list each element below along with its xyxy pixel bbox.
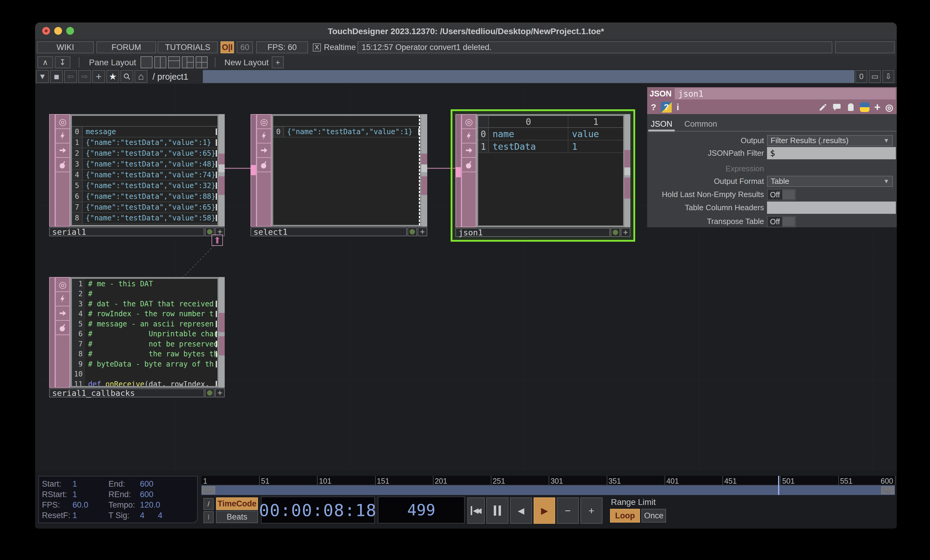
home-button[interactable]: ⌂ (134, 70, 148, 83)
save-layout-button[interactable]: ↧ (55, 56, 71, 68)
node-name-label[interactable]: serial1_callbacks (49, 388, 204, 397)
add-operator-button[interactable]: + (92, 70, 105, 83)
help-button[interactable]: ? (651, 102, 656, 112)
layout-four-pane-button[interactable] (196, 56, 208, 68)
docked-dat-indicator[interactable]: ⬆ (211, 234, 223, 246)
jsonpath-filter-input[interactable]: $ (767, 147, 896, 159)
timecode-mode-button[interactable]: TimeCode (216, 497, 258, 510)
viewer-toggle-icon[interactable]: ◎ (462, 115, 476, 129)
realtime-checkbox[interactable]: X (313, 43, 321, 51)
transpose-toggle[interactable]: Off (767, 216, 796, 227)
layout-split-vertical-button[interactable] (154, 56, 166, 68)
info-button[interactable]: i (676, 102, 679, 112)
output-connector[interactable] (624, 168, 630, 175)
lock-icon[interactable] (56, 321, 69, 335)
viewer-flag[interactable] (205, 388, 214, 397)
node-name-label[interactable]: select1 (251, 227, 407, 236)
op-name-field[interactable]: json1 (675, 88, 896, 99)
input-connector[interactable] (251, 165, 256, 175)
dock-arrow-icon[interactable] (462, 143, 476, 158)
add-layout-button[interactable]: + (272, 56, 284, 68)
copy-parameters-button[interactable] (846, 103, 855, 112)
maximize-viewer-button[interactable]: ▭ (869, 70, 881, 83)
once-button[interactable]: Once (642, 509, 666, 523)
lock-icon[interactable] (56, 158, 69, 172)
range-end-handle[interactable]: ... (881, 486, 895, 494)
fps-alt-button[interactable]: 60 (237, 42, 253, 53)
bookmark-button[interactable]: ★ (106, 70, 119, 83)
slash-display-button[interactable]: / (203, 498, 214, 510)
bypass-icon[interactable] (56, 292, 69, 306)
scrollbar[interactable] (219, 277, 225, 388)
viewer-toggle-icon[interactable]: ◎ (56, 278, 69, 292)
tab-json[interactable]: JSON (651, 120, 672, 129)
node-serial1[interactable]: ◎ 0message1{"name":"testData","value":1}… (49, 114, 225, 236)
playhead[interactable] (778, 476, 779, 495)
back-button[interactable]: ⇦ (64, 70, 77, 83)
scrollbar[interactable] (421, 114, 427, 227)
python-help-button[interactable]: ? (661, 102, 672, 112)
step-back-button[interactable]: − (557, 497, 579, 524)
hold-last-toggle[interactable]: Off (767, 189, 796, 200)
star-flag[interactable] (215, 388, 225, 397)
scrollbar[interactable] (219, 114, 225, 227)
jump-to-start-button[interactable]: ◀◀ (467, 497, 485, 524)
stop-button[interactable]: ■ (50, 70, 63, 83)
lock-icon[interactable] (462, 158, 476, 172)
node-name-label[interactable]: serial1 (49, 227, 204, 236)
table-column-headers-input[interactable] (767, 202, 896, 214)
dock-arrow-icon[interactable] (56, 143, 69, 158)
loop-button[interactable]: Loop (610, 509, 640, 523)
search-button[interactable] (120, 70, 133, 83)
oi-midi-button[interactable]: O|I (220, 42, 234, 53)
step-forward-button[interactable]: + (580, 497, 602, 524)
node-name-label[interactable]: json1 (456, 228, 610, 237)
forum-button[interactable]: FORUM (97, 42, 156, 53)
add-parameter-button[interactable]: + (874, 101, 881, 114)
edit-pencil-button[interactable] (819, 103, 828, 112)
beats-mode-button[interactable]: Beats (216, 511, 258, 523)
tutorials-button[interactable]: TUTORIALS (158, 42, 218, 53)
i-display-button[interactable]: I (203, 511, 214, 523)
range-start-handle[interactable]: ... (202, 486, 215, 494)
maximize-pane-button[interactable]: ∧ (37, 56, 53, 68)
dock-arrow-icon[interactable] (56, 306, 69, 321)
realtime-toggle[interactable]: X Realtime (313, 42, 356, 53)
network-editor[interactable]: ◎ 0message1{"name":"testData","value":1}… (35, 84, 897, 471)
network-menu-button[interactable]: ▼ (36, 70, 49, 83)
output-connector[interactable] (421, 165, 427, 172)
layout-single-button[interactable] (140, 56, 152, 68)
star-flag[interactable] (621, 228, 630, 237)
path-field[interactable] (203, 70, 855, 83)
bypass-icon[interactable] (56, 129, 69, 143)
lock-icon[interactable] (257, 158, 271, 172)
python-mode-button[interactable] (860, 102, 870, 112)
play-reverse-button[interactable]: ◀ (510, 497, 532, 524)
wiki-button[interactable]: WIKI (37, 42, 94, 53)
input-connector[interactable] (456, 167, 461, 177)
node-select1[interactable]: ◎ 0{"name":"testData","value":1} (251, 114, 427, 236)
forward-button[interactable]: ⇨ (78, 70, 91, 83)
timeline-range-band[interactable]: ... ... (201, 485, 895, 495)
child-count-button[interactable]: 0 (855, 70, 867, 83)
dock-arrow-icon[interactable] (257, 143, 271, 158)
scrollbar[interactable] (624, 114, 630, 227)
layout-three-pane-button[interactable] (182, 56, 194, 68)
breadcrumb[interactable]: / project1 (152, 72, 188, 82)
viewer-toggle-icon[interactable]: ◎ (56, 115, 69, 129)
target-button[interactable]: ◎ (885, 102, 893, 112)
layout-split-horizontal-button[interactable] (168, 56, 180, 68)
timeline-ruler[interactable]: 151101151201251301351401451501551600 (201, 476, 895, 485)
node-serial1-callbacks[interactable]: ◎ 1# me - this DAT2#3# dat - the DAT tha… (49, 277, 225, 397)
viewer-flag[interactable] (611, 228, 620, 237)
tab-common[interactable]: Common (684, 120, 717, 129)
node-json1[interactable]: ◎ 01 0namevalue1testData1 (456, 114, 630, 237)
viewer-toggle-icon[interactable]: ◎ (257, 115, 271, 129)
pause-button[interactable] (486, 497, 508, 524)
collapse-button[interactable]: ⇩ (882, 70, 895, 83)
viewer-flag[interactable] (408, 227, 417, 236)
fps-display[interactable]: FPS: 60 (256, 42, 308, 53)
output-format-dropdown[interactable]: Table▼ (767, 176, 893, 187)
output-connector[interactable] (219, 165, 225, 172)
play-button[interactable]: ▶ (534, 497, 555, 524)
